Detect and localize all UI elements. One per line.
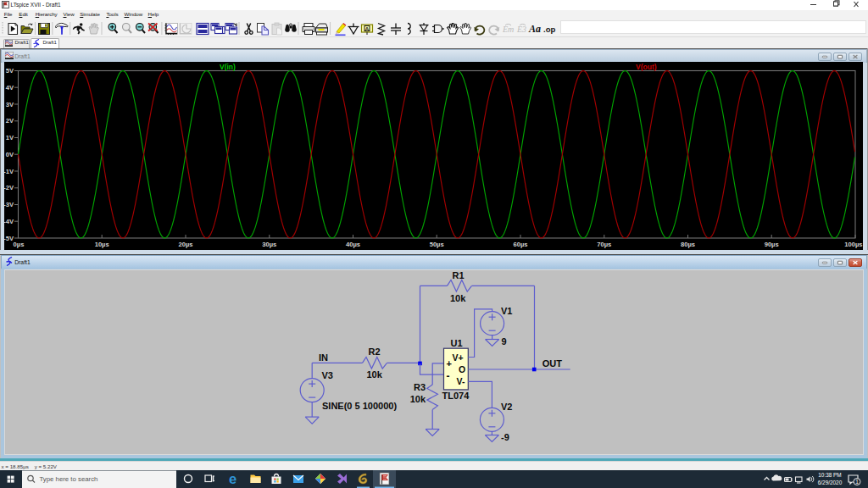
svg-text:V3: V3	[322, 370, 333, 380]
svg-text:9: 9	[502, 336, 507, 347]
svg-text:40µs: 40µs	[346, 241, 360, 248]
svg-text:R2: R2	[369, 347, 381, 357]
svg-text:2V: 2V	[6, 117, 14, 125]
svg-text:1V: 1V	[6, 134, 14, 141]
svg-text:10k: 10k	[367, 369, 383, 380]
svg-text:10µs: 10µs	[95, 241, 109, 248]
svg-text:SINE(0 5 100000): SINE(0 5 100000)	[322, 401, 397, 411]
svg-text:80µs: 80µs	[681, 241, 695, 248]
svg-text:90µs: 90µs	[765, 241, 779, 248]
svg-text:Em: Em	[502, 25, 514, 34]
svg-text:50µs: 50µs	[430, 241, 444, 248]
svg-text:-2V: -2V	[4, 184, 14, 191]
svg-text:60µs: 60µs	[513, 241, 527, 248]
svg-text:20µs: 20µs	[178, 241, 192, 248]
svg-text:V(in): V(in)	[220, 63, 236, 71]
svg-text:100µs: 100µs	[844, 241, 862, 248]
svg-text:Aa: Aa	[528, 23, 541, 35]
svg-text:-1V: -1V	[4, 168, 14, 175]
svg-text:10k: 10k	[450, 293, 466, 303]
svg-text:-9: -9	[501, 432, 509, 442]
svg-text:V1: V1	[501, 306, 512, 316]
svg-text:4V: 4V	[6, 84, 14, 92]
svg-text:-4V: -4V	[4, 218, 14, 225]
svg-text:OUT: OUT	[542, 358, 563, 369]
svg-text:1: 1	[855, 479, 859, 485]
svg-text:10k: 10k	[410, 394, 426, 404]
svg-text:-3V: -3V	[4, 201, 14, 208]
svg-text:5V: 5V	[6, 67, 14, 75]
svg-text:A: A	[365, 26, 370, 31]
svg-text:U1: U1	[451, 338, 463, 348]
svg-text:0V: 0V	[6, 151, 14, 158]
svg-text:30µs: 30µs	[262, 241, 276, 248]
svg-text:70µs: 70µs	[597, 241, 611, 248]
svg-text:O: O	[459, 364, 465, 374]
svg-text:e: e	[229, 471, 236, 486]
svg-text:E3: E3	[516, 25, 526, 34]
svg-text:6/29/2020: 6/29/2020	[818, 480, 843, 485]
svg-text:Type here to search: Type here to search	[40, 475, 98, 483]
svg-text:V+: V+	[453, 352, 464, 363]
svg-text:3V: 3V	[6, 101, 14, 108]
svg-text:R3: R3	[414, 382, 426, 392]
svg-text:.op: .op	[543, 25, 555, 34]
svg-text:R1: R1	[453, 270, 465, 280]
svg-text:0µs: 0µs	[14, 241, 25, 248]
svg-text:V2: V2	[501, 402, 512, 412]
svg-text:V(out): V(out)	[636, 63, 657, 71]
svg-text:10:38 PM: 10:38 PM	[818, 472, 841, 478]
svg-text:-: -	[447, 370, 450, 382]
svg-text:V-: V-	[457, 376, 465, 386]
svg-text:+: +	[447, 358, 452, 369]
svg-text:IN: IN	[319, 352, 328, 363]
svg-text:TL074: TL074	[442, 391, 470, 401]
